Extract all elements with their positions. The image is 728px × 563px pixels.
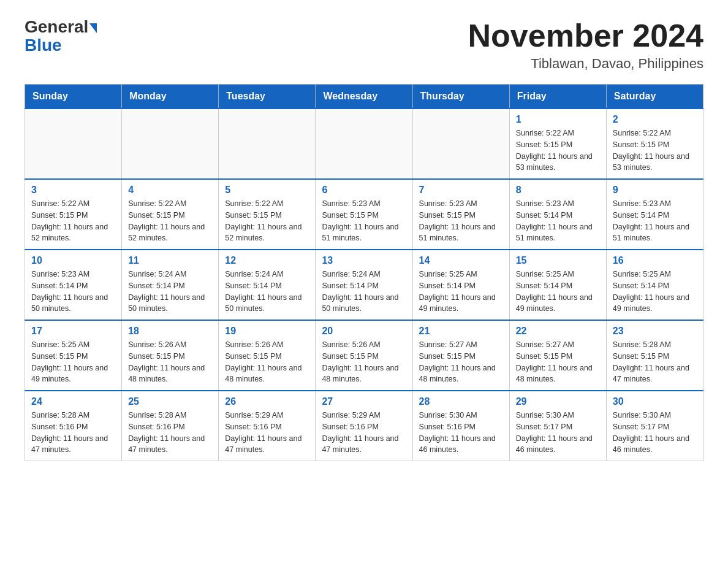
day-number: 3 — [31, 185, 115, 196]
day-info: Sunrise: 5:22 AMSunset: 5:15 PMDaylight:… — [225, 198, 309, 244]
day-number: 17 — [31, 326, 115, 337]
calendar-cell — [316, 109, 412, 179]
calendar-cell: 8Sunrise: 5:23 AMSunset: 5:14 PMDaylight… — [509, 179, 606, 250]
day-number: 27 — [322, 396, 406, 407]
weekday-header-thursday: Thursday — [412, 85, 509, 109]
day-info: Sunrise: 5:29 AMSunset: 5:16 PMDaylight:… — [322, 410, 406, 456]
day-info: Sunrise: 5:30 AMSunset: 5:17 PMDaylight:… — [516, 410, 600, 456]
day-number: 26 — [225, 396, 309, 407]
day-info: Sunrise: 5:25 AMSunset: 5:14 PMDaylight:… — [419, 269, 503, 315]
calendar-cell: 19Sunrise: 5:26 AMSunset: 5:15 PMDayligh… — [219, 320, 316, 391]
day-info: Sunrise: 5:23 AMSunset: 5:14 PMDaylight:… — [516, 198, 600, 244]
month-year-title: November 2024 — [468, 18, 703, 53]
logo-general-text: General — [25, 18, 97, 36]
day-number: 14 — [419, 255, 503, 266]
day-number: 24 — [31, 396, 115, 407]
day-info: Sunrise: 5:29 AMSunset: 5:16 PMDaylight:… — [225, 410, 309, 456]
calendar-header-row: SundayMondayTuesdayWednesdayThursdayFrid… — [25, 85, 703, 109]
week-row-3: 10Sunrise: 5:23 AMSunset: 5:14 PMDayligh… — [25, 250, 703, 320]
calendar-cell: 24Sunrise: 5:28 AMSunset: 5:16 PMDayligh… — [25, 391, 122, 461]
day-number: 6 — [322, 185, 406, 196]
day-info: Sunrise: 5:24 AMSunset: 5:14 PMDaylight:… — [225, 269, 309, 315]
weekday-header-sunday: Sunday — [25, 85, 122, 109]
day-info: Sunrise: 5:22 AMSunset: 5:15 PMDaylight:… — [31, 198, 115, 244]
day-info: Sunrise: 5:22 AMSunset: 5:15 PMDaylight:… — [613, 128, 697, 174]
page-header: General Blue November 2024 Tiblawan, Dav… — [25, 18, 703, 72]
calendar-cell: 21Sunrise: 5:27 AMSunset: 5:15 PMDayligh… — [412, 320, 509, 391]
calendar-cell: 29Sunrise: 5:30 AMSunset: 5:17 PMDayligh… — [509, 391, 606, 461]
calendar-cell: 17Sunrise: 5:25 AMSunset: 5:15 PMDayligh… — [25, 320, 122, 391]
day-info: Sunrise: 5:27 AMSunset: 5:15 PMDaylight:… — [419, 339, 503, 385]
calendar-cell: 7Sunrise: 5:23 AMSunset: 5:15 PMDaylight… — [412, 179, 509, 250]
day-number: 22 — [516, 326, 600, 337]
calendar-cell — [25, 109, 122, 179]
day-info: Sunrise: 5:30 AMSunset: 5:16 PMDaylight:… — [419, 410, 503, 456]
calendar-cell: 3Sunrise: 5:22 AMSunset: 5:15 PMDaylight… — [25, 179, 122, 250]
location-subtitle: Tiblawan, Davao, Philippines — [468, 56, 703, 72]
day-info: Sunrise: 5:25 AMSunset: 5:15 PMDaylight:… — [31, 339, 115, 385]
day-number: 2 — [613, 114, 697, 125]
calendar-cell: 26Sunrise: 5:29 AMSunset: 5:16 PMDayligh… — [219, 391, 316, 461]
day-number: 28 — [419, 396, 503, 407]
day-info: Sunrise: 5:28 AMSunset: 5:16 PMDaylight:… — [128, 410, 212, 456]
calendar-cell: 28Sunrise: 5:30 AMSunset: 5:16 PMDayligh… — [412, 391, 509, 461]
week-row-5: 24Sunrise: 5:28 AMSunset: 5:16 PMDayligh… — [25, 391, 703, 461]
day-number: 23 — [613, 326, 697, 337]
calendar-cell: 12Sunrise: 5:24 AMSunset: 5:14 PMDayligh… — [219, 250, 316, 320]
calendar-cell: 16Sunrise: 5:25 AMSunset: 5:14 PMDayligh… — [606, 250, 703, 320]
week-row-2: 3Sunrise: 5:22 AMSunset: 5:15 PMDaylight… — [25, 179, 703, 250]
day-info: Sunrise: 5:22 AMSunset: 5:15 PMDaylight:… — [516, 128, 600, 174]
day-info: Sunrise: 5:24 AMSunset: 5:14 PMDaylight:… — [128, 269, 212, 315]
calendar-cell: 2Sunrise: 5:22 AMSunset: 5:15 PMDaylight… — [606, 109, 703, 179]
day-info: Sunrise: 5:27 AMSunset: 5:15 PMDaylight:… — [516, 339, 600, 385]
weekday-header-friday: Friday — [509, 85, 606, 109]
day-number: 12 — [225, 255, 309, 266]
day-number: 7 — [419, 185, 503, 196]
calendar-cell: 6Sunrise: 5:23 AMSunset: 5:15 PMDaylight… — [316, 179, 412, 250]
day-number: 11 — [128, 255, 212, 266]
logo: General Blue — [25, 18, 97, 55]
calendar-cell: 9Sunrise: 5:23 AMSunset: 5:14 PMDaylight… — [606, 179, 703, 250]
day-info: Sunrise: 5:30 AMSunset: 5:17 PMDaylight:… — [613, 410, 697, 456]
calendar-cell: 11Sunrise: 5:24 AMSunset: 5:14 PMDayligh… — [122, 250, 219, 320]
day-number: 5 — [225, 185, 309, 196]
day-number: 10 — [31, 255, 115, 266]
day-number: 30 — [613, 396, 697, 407]
calendar-cell: 13Sunrise: 5:24 AMSunset: 5:14 PMDayligh… — [316, 250, 412, 320]
day-info: Sunrise: 5:26 AMSunset: 5:15 PMDaylight:… — [225, 339, 309, 385]
day-number: 18 — [128, 326, 212, 337]
day-number: 19 — [225, 326, 309, 337]
day-number: 29 — [516, 396, 600, 407]
weekday-header-saturday: Saturday — [606, 85, 703, 109]
calendar-cell: 15Sunrise: 5:25 AMSunset: 5:14 PMDayligh… — [509, 250, 606, 320]
calendar-cell: 30Sunrise: 5:30 AMSunset: 5:17 PMDayligh… — [606, 391, 703, 461]
calendar-cell — [219, 109, 316, 179]
day-info: Sunrise: 5:23 AMSunset: 5:14 PMDaylight:… — [613, 198, 697, 244]
day-info: Sunrise: 5:28 AMSunset: 5:15 PMDaylight:… — [613, 339, 697, 385]
day-info: Sunrise: 5:25 AMSunset: 5:14 PMDaylight:… — [613, 269, 697, 315]
calendar-cell — [412, 109, 509, 179]
week-row-1: 1Sunrise: 5:22 AMSunset: 5:15 PMDaylight… — [25, 109, 703, 179]
calendar-cell: 27Sunrise: 5:29 AMSunset: 5:16 PMDayligh… — [316, 391, 412, 461]
title-section: November 2024 Tiblawan, Davao, Philippin… — [468, 18, 703, 72]
day-number: 13 — [322, 255, 406, 266]
day-number: 9 — [613, 185, 697, 196]
day-info: Sunrise: 5:23 AMSunset: 5:15 PMDaylight:… — [419, 198, 503, 244]
weekday-header-monday: Monday — [122, 85, 219, 109]
day-info: Sunrise: 5:22 AMSunset: 5:15 PMDaylight:… — [128, 198, 212, 244]
week-row-4: 17Sunrise: 5:25 AMSunset: 5:15 PMDayligh… — [25, 320, 703, 391]
calendar-cell: 10Sunrise: 5:23 AMSunset: 5:14 PMDayligh… — [25, 250, 122, 320]
calendar-cell: 14Sunrise: 5:25 AMSunset: 5:14 PMDayligh… — [412, 250, 509, 320]
weekday-header-tuesday: Tuesday — [219, 85, 316, 109]
calendar-cell: 23Sunrise: 5:28 AMSunset: 5:15 PMDayligh… — [606, 320, 703, 391]
day-number: 1 — [516, 114, 600, 125]
day-info: Sunrise: 5:26 AMSunset: 5:15 PMDaylight:… — [128, 339, 212, 385]
calendar-cell: 20Sunrise: 5:26 AMSunset: 5:15 PMDayligh… — [316, 320, 412, 391]
calendar-cell — [122, 109, 219, 179]
weekday-header-wednesday: Wednesday — [316, 85, 412, 109]
day-info: Sunrise: 5:28 AMSunset: 5:16 PMDaylight:… — [31, 410, 115, 456]
calendar-table: SundayMondayTuesdayWednesdayThursdayFrid… — [25, 84, 703, 461]
calendar-cell: 5Sunrise: 5:22 AMSunset: 5:15 PMDaylight… — [219, 179, 316, 250]
day-info: Sunrise: 5:24 AMSunset: 5:14 PMDaylight:… — [322, 269, 406, 315]
day-info: Sunrise: 5:25 AMSunset: 5:14 PMDaylight:… — [516, 269, 600, 315]
